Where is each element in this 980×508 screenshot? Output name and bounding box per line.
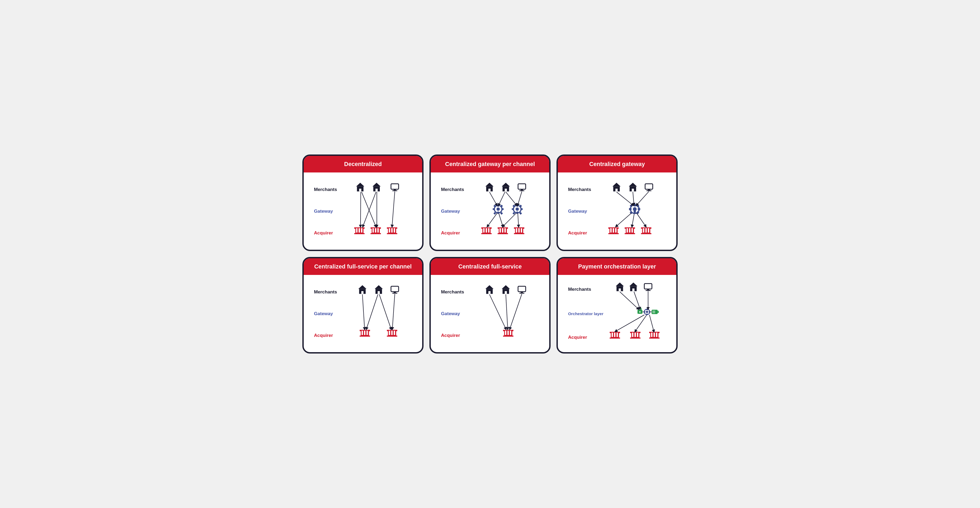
svg-line-186: [506, 295, 508, 329]
svg-rect-178: [520, 293, 524, 294]
svg-rect-233: [649, 338, 660, 339]
svg-line-92: [518, 213, 519, 226]
svg-text:Gateway: Gateway: [568, 209, 587, 214]
svg-rect-103: [648, 190, 650, 190]
svg-rect-161: [394, 331, 395, 335]
svg-rect-225: [635, 333, 636, 337]
svg-rect-218: [612, 333, 613, 337]
svg-marker-170: [485, 285, 493, 289]
svg-marker-145: [375, 285, 383, 289]
main-grid: Decentralized Merchants Gateway Acquirer: [302, 154, 678, 353]
svg-rect-15: [359, 228, 360, 233]
svg-text:Acquirer: Acquirer: [568, 230, 587, 236]
svg-rect-118: [613, 228, 614, 233]
svg-rect-224: [632, 333, 633, 337]
svg-line-187: [510, 294, 522, 329]
card-body-decentralized: Merchants Gateway Acquirer: [304, 172, 422, 250]
svg-rect-46: [520, 190, 524, 191]
svg-rect-16: [361, 228, 363, 233]
svg-rect-199: [646, 290, 651, 291]
card-body-cg: Merchants Gateway Acquirer: [558, 172, 676, 250]
svg-rect-172: [488, 291, 490, 294]
svg-rect-108: [634, 210, 636, 213]
svg-text:Orchestrator layer: Orchestrator layer: [568, 311, 603, 316]
card-header-cfs: Centralized full-service: [431, 258, 549, 275]
svg-point-48: [496, 208, 500, 211]
svg-rect-221: [610, 338, 620, 339]
svg-rect-98: [616, 189, 617, 191]
svg-rect-181: [505, 331, 506, 335]
svg-rect-51: [493, 209, 495, 210]
svg-rect-150: [393, 293, 397, 294]
svg-line-135: [636, 191, 649, 205]
svg-line-91: [503, 213, 516, 226]
svg-rect-156: [360, 336, 370, 337]
card-cfspc: Centralized full-service per channel Mer…: [302, 257, 423, 354]
svg-rect-184: [503, 336, 514, 337]
svg-rect-43: [505, 189, 507, 191]
diagram-cg: Merchants Gateway Acquirer: [565, 180, 669, 240]
svg-line-32: [363, 192, 376, 226]
svg-rect-61: [512, 209, 514, 210]
svg-rect-219: [614, 333, 616, 337]
svg-rect-20: [372, 228, 374, 233]
svg-rect-196: [632, 288, 635, 291]
svg-marker-41: [502, 183, 510, 187]
svg-rect-207: [644, 311, 646, 312]
svg-text:Merchants: Merchants: [441, 187, 464, 192]
svg-line-133: [617, 192, 633, 205]
svg-rect-144: [361, 291, 363, 294]
svg-line-136: [616, 213, 631, 226]
svg-rect-147: [378, 291, 380, 294]
svg-rect-8: [375, 189, 378, 191]
svg-text:Merchants: Merchants: [314, 187, 337, 192]
svg-rect-72: [481, 233, 492, 234]
svg-rect-227: [630, 338, 641, 339]
svg-rect-153: [361, 331, 363, 335]
card-cg: Centralized gateway Merchants Gateway Ac…: [557, 154, 678, 251]
svg-line-138: [636, 213, 646, 226]
svg-rect-76: [502, 228, 503, 233]
svg-text:Merchants: Merchants: [568, 287, 591, 292]
svg-line-134: [633, 192, 634, 205]
svg-rect-132: [641, 233, 651, 234]
svg-rect-102: [645, 184, 653, 190]
svg-line-89: [488, 213, 497, 226]
svg-rect-21: [375, 228, 376, 233]
svg-rect-205: [646, 309, 648, 311]
svg-rect-124: [629, 228, 630, 233]
card-decentralized: Decentralized Merchants Gateway Acquirer: [302, 154, 423, 251]
svg-rect-230: [651, 333, 652, 337]
svg-line-163: [363, 295, 364, 329]
svg-rect-10: [394, 190, 396, 190]
svg-rect-82: [519, 228, 520, 233]
svg-rect-159: [389, 331, 390, 335]
diagram-cfs: Merchants Gateway Acquirer: [438, 283, 542, 343]
svg-text:Merchants: Merchants: [441, 289, 464, 295]
svg-rect-62: [520, 209, 523, 210]
svg-rect-40: [488, 189, 490, 191]
svg-rect-117: [610, 228, 612, 233]
svg-rect-104: [646, 190, 651, 191]
card-header-cgpc: Centralized gateway per channel: [431, 156, 549, 172]
svg-rect-110: [638, 208, 640, 210]
card-title-cfs: Centralized full-service: [437, 263, 543, 270]
svg-text:Acquirer: Acquirer: [568, 334, 587, 340]
svg-line-236: [649, 315, 654, 331]
svg-marker-3: [356, 183, 364, 187]
svg-rect-193: [619, 288, 621, 291]
svg-point-204: [646, 311, 648, 313]
svg-line-86: [499, 192, 505, 205]
svg-line-235: [635, 315, 647, 331]
svg-rect-27: [391, 228, 393, 233]
svg-rect-70: [486, 228, 487, 233]
svg-rect-182: [508, 331, 509, 335]
card-header-pol: Payment orchestration layer: [558, 258, 676, 275]
card-body-cfspc: Merchants Gateway Acquirer: [304, 275, 422, 352]
svg-rect-197: [644, 283, 652, 289]
svg-line-166: [393, 294, 395, 329]
svg-marker-38: [485, 183, 493, 187]
svg-text:Merchants: Merchants: [568, 187, 591, 192]
card-title-cfspc: Centralized full-service per channel: [310, 263, 416, 270]
svg-rect-120: [608, 233, 619, 234]
